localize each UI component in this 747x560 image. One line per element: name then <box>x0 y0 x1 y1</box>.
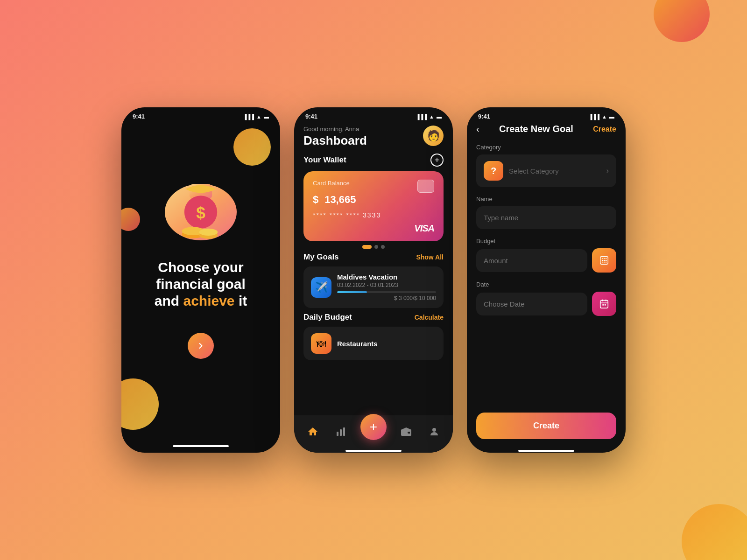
wallet-section-header: Your Wallet + <box>303 154 444 167</box>
date-input[interactable] <box>476 293 587 315</box>
blob-bot-left <box>121 378 159 430</box>
budget-item[interactable]: 🍽 Restaurants <box>303 327 444 360</box>
status-bar-1: 9:41 ▐▐▐ ▲ ▬ <box>121 107 280 124</box>
tab-add-button[interactable]: + <box>360 414 387 440</box>
card-dot-2[interactable] <box>374 245 378 249</box>
svg-rect-23 <box>600 301 608 308</box>
signal-icon-2: ▐▐▐ <box>416 114 427 119</box>
tab-bar: + <box>294 415 453 453</box>
name-input[interactable] <box>476 206 616 229</box>
goal-dates: 03.02.2022 - 03.01.2023 <box>337 282 436 288</box>
goal-item[interactable]: ✈️ Maldives Vacation 03.02.2022 - 03.01.… <box>303 266 444 308</box>
goal-details: Maldives Vacation 03.02.2022 - 03.01.202… <box>337 273 436 301</box>
category-placeholder: Select Category <box>509 167 601 175</box>
dashboard-title: Dashboard <box>303 133 367 148</box>
status-time-1: 9:41 <box>133 113 145 120</box>
calculator-button[interactable] <box>592 248 616 273</box>
status-time-3: 9:41 <box>478 113 490 120</box>
card-dot-1[interactable] <box>362 245 372 249</box>
tab-profile[interactable] <box>426 423 443 440</box>
user-avatar[interactable]: 🧑 <box>423 126 444 146</box>
budget-row <box>476 248 616 273</box>
phone-dashboard: 9:41 ▐▐▐ ▲ ▬ Good morning, Anna Dashboar… <box>294 107 453 453</box>
create-button[interactable]: Create <box>476 413 616 439</box>
svg-rect-19 <box>606 260 607 261</box>
date-row <box>476 292 616 316</box>
dashboard-content: Good morning, Anna Dashboard 🧑 Your Wall… <box>294 124 453 448</box>
svg-rect-11 <box>343 427 345 436</box>
budget-label: Budget <box>476 238 616 245</box>
create-header-button[interactable]: Create <box>593 125 616 133</box>
goal-progress-bar <box>337 291 436 293</box>
name-label: Name <box>476 196 616 203</box>
tab-analytics[interactable] <box>332 423 349 440</box>
goals-title: My Goals <box>303 252 339 262</box>
budget-section: Budget <box>476 238 616 273</box>
card-indicators <box>303 245 444 249</box>
status-icons-1: ▐▐▐ ▲ ▬ <box>243 114 269 119</box>
calendar-button[interactable] <box>592 292 616 316</box>
svg-rect-18 <box>604 260 605 261</box>
card-balance-amount: $ 13,665 <box>313 189 434 207</box>
signal-icon: ▐▐▐ <box>243 114 254 119</box>
wallet-title: Your Wallet <box>303 155 346 165</box>
svg-point-12 <box>432 428 436 432</box>
wifi-icon-2: ▲ <box>429 114 434 119</box>
svg-rect-10 <box>340 429 342 436</box>
phone-onboarding: 9:41 ▐▐▐ ▲ ▬ $ <box>121 107 280 453</box>
goal-icon: ✈️ <box>311 277 331 298</box>
status-icons-3: ▐▐▐ ▲ ▬ <box>589 114 614 119</box>
budget-item-name: Restaurants <box>337 340 378 348</box>
dashboard-header: Good morning, Anna Dashboard 🧑 <box>303 124 444 154</box>
wifi-icon-3: ▲ <box>602 114 607 119</box>
phone-create-goal: 9:41 ▐▐▐ ▲ ▬ ‹ Create New Goal Create Ca… <box>467 107 626 453</box>
wifi-icon: ▲ <box>256 114 261 119</box>
category-label: Category <box>476 144 616 151</box>
svg-rect-20 <box>602 262 603 263</box>
card-number: **** **** **** 3333 <box>313 211 434 219</box>
home-indicator-2 <box>345 450 402 452</box>
svg-rect-17 <box>602 260 603 261</box>
wallet-card[interactable]: Card Balance $ 13,665 **** **** **** 333… <box>303 171 444 241</box>
tab-wallet[interactable] <box>398 423 415 440</box>
card-chip <box>417 180 434 193</box>
money-bag-illustration: $ <box>149 138 252 240</box>
date-section: Date <box>476 281 616 316</box>
budget-title: Daily Budget <box>303 313 352 322</box>
svg-rect-9 <box>337 432 338 436</box>
add-wallet-button[interactable]: + <box>430 154 444 167</box>
svg-rect-22 <box>606 262 607 263</box>
category-section: Category ? Select Category › <box>476 144 616 187</box>
next-button[interactable] <box>188 333 214 359</box>
svg-point-8 <box>199 229 218 236</box>
chevron-right-icon: › <box>606 167 609 175</box>
svg-text:$: $ <box>196 203 205 222</box>
svg-rect-21 <box>604 262 605 263</box>
svg-rect-2 <box>195 186 207 192</box>
create-goal-header: ‹ Create New Goal Create <box>476 124 616 134</box>
goal-progress-fill <box>337 291 367 293</box>
show-all-button[interactable]: Show All <box>416 253 444 261</box>
headline-it: it <box>235 293 247 308</box>
greeting-text: Good morning, Anna <box>303 126 367 133</box>
card-dot-3[interactable] <box>381 245 385 249</box>
bg-blob-bottomright <box>682 504 747 560</box>
back-button[interactable]: ‹ <box>476 124 479 134</box>
create-button-label: Create <box>533 421 559 430</box>
amount-input[interactable] <box>476 249 587 272</box>
currency-symbol: $ <box>313 194 318 205</box>
budget-section-header: Daily Budget Calculate <box>303 313 444 322</box>
status-bar-3: 9:41 ▐▐▐ ▲ ▬ <box>467 107 626 124</box>
headline-line2: financial goal <box>156 276 246 292</box>
balance-number: 13,665 <box>324 194 356 205</box>
svg-rect-14 <box>602 258 603 259</box>
tab-home[interactable] <box>304 423 321 440</box>
battery-icon-3: ▬ <box>609 114 614 119</box>
calculate-button[interactable]: Calculate <box>415 314 444 321</box>
goals-section-header: My Goals Show All <box>303 252 444 262</box>
category-select[interactable]: ? Select Category › <box>476 154 616 187</box>
visa-logo: VISA <box>414 223 434 234</box>
goal-amount: $ 3 000/$ 10 000 <box>337 295 436 301</box>
onboarding-content: $ Choose your financial goal <box>121 124 280 448</box>
home-indicator-1 <box>173 445 229 447</box>
